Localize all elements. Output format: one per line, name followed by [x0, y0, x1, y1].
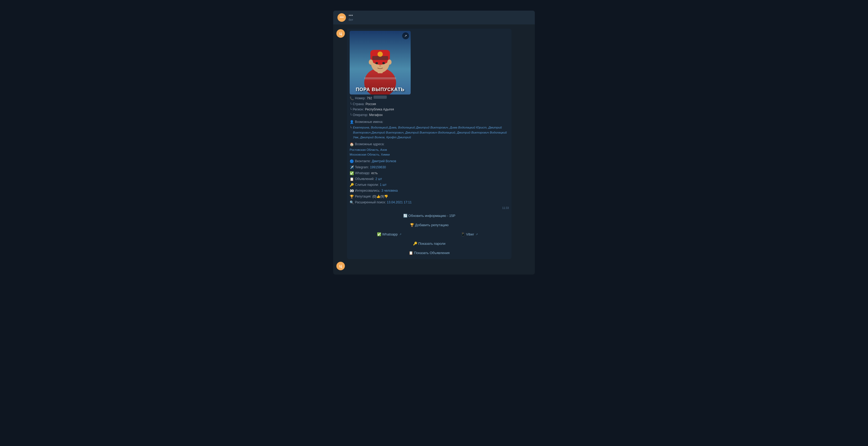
svg-point-7: [375, 62, 378, 64]
header-info: *** бот: [348, 14, 353, 21]
region-row: └ Регион: Республика Адыгея: [350, 107, 509, 112]
message-avatar: Ц: [336, 29, 345, 38]
update-button[interactable]: 🔄 Обновить информацию - 15P: [350, 212, 509, 220]
svg-point-12: [377, 52, 383, 57]
message-time: 11:33: [350, 207, 509, 209]
header-avatar: ***: [337, 13, 346, 22]
chat-area: Ц: [333, 24, 535, 274]
whatsapp-viber-row: ✅ Whatsapp ↗ 📱 Viber ↗: [350, 230, 509, 238]
vk-row: 🔵 Вконтакте: Дмитрий Волков: [350, 158, 509, 164]
header-title: ***: [348, 14, 353, 18]
bottom-avatar: Ц: [336, 262, 345, 270]
message-wrapper: Ц: [336, 29, 532, 259]
svg-point-10: [369, 59, 373, 65]
names-header: 👤 Возможные имена:: [350, 119, 509, 125]
action-buttons: 🔄 Обновить информацию - 15P 🏆 Добавить р…: [350, 212, 509, 257]
passwords-button[interactable]: 🔑 Показать пароли: [350, 239, 509, 248]
phone-blurred: [373, 96, 387, 99]
svg-rect-13: [364, 77, 396, 79]
ads-button[interactable]: 📋 Показать Объявления: [350, 249, 509, 257]
viber-button[interactable]: 📱 Viber ↗: [430, 230, 509, 238]
address-list: Ростовская Область, Азов Московская Обла…: [350, 147, 509, 157]
reputation-row: 🏆 Репутация: (0)👍(9)👎: [350, 194, 509, 200]
svg-point-11: [387, 59, 392, 65]
svg-point-8: [382, 62, 385, 64]
whatsapp-button[interactable]: ✅ Whatsapp ↗: [350, 230, 429, 238]
extended-row: 🔍 Расширенный поиск: 13.04.2021 17:11: [350, 200, 509, 206]
message-bubble: ПОРА ВЫПУСКАТЬ ↗ 📞 Номер: 792 └ Страна:: [347, 29, 512, 259]
svg-point-9: [379, 65, 381, 67]
message-image: ПОРА ВЫПУСКАТЬ ↗: [350, 31, 411, 94]
share-button[interactable]: ↗: [402, 32, 409, 39]
ads-row: 📋 Объявлений: 2 шт: [350, 176, 509, 182]
reputation-button[interactable]: 🏆 Добавить репутацию: [350, 221, 509, 229]
info-block: 📞 Номер: 792 └ Страна: Россия └ Регион: …: [350, 96, 509, 206]
header-bar: *** *** бот: [333, 11, 535, 24]
app-container: *** *** бот Ц: [333, 11, 535, 274]
telegram-row: ✈️ Telegram: 199159630: [350, 165, 509, 171]
image-overlay: ПОРА ВЫПУСКАТЬ: [350, 87, 411, 92]
operator-row: └ Оператор: Мегафон: [350, 112, 509, 118]
names-list: └ Екатерина, Водолацкий Дима, Водолацкий…: [350, 125, 509, 140]
hockey-art: [350, 31, 411, 94]
whatsapp-row: ✅ Whatsapp: есть: [350, 171, 509, 176]
interested-row: 👀 Интересовались: 3 человека: [350, 188, 509, 194]
addresses-header: 🏠 Возможные адреса:: [350, 142, 509, 147]
leaked-row: 🔑 Слитые пароли: 1 шт: [350, 182, 509, 188]
bottom-avatar-wrapper: Ц: [336, 261, 532, 270]
header-subtitle: бот: [348, 18, 353, 21]
country-row: └ Страна: Россия: [350, 101, 509, 107]
phone-row: 📞 Номер: 792: [350, 96, 509, 101]
